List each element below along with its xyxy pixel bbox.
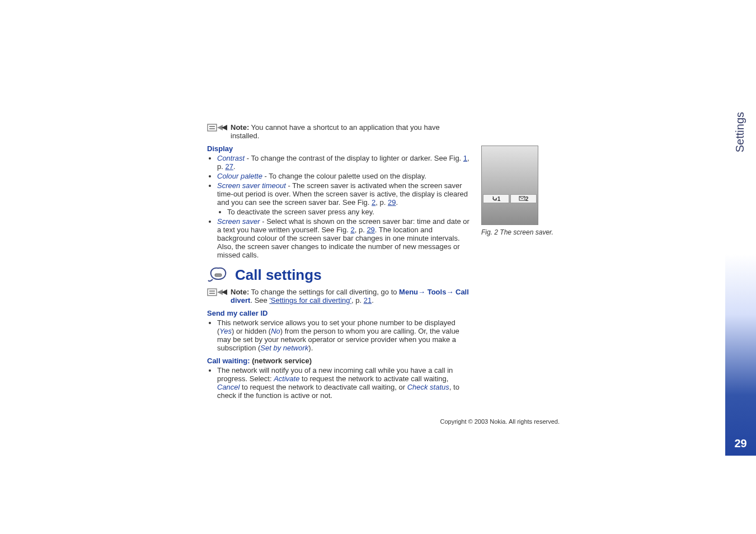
call-settings-icon [207,266,229,284]
yes-label: Yes [219,327,232,335]
call-settings-heading: Call settings [235,266,322,284]
note-divert: Note: To change the settings for call di… [207,288,470,305]
check-status-label: Check status [407,383,449,391]
cancel-label: Cancel [217,383,240,391]
display-heading: Display [207,144,470,153]
saver-link: Screen saver [217,217,260,226]
wait-list: The network will notify you of a new inc… [207,366,470,400]
svg-rect-8 [209,293,215,294]
svg-rect-7 [209,291,215,292]
menu-label: Menu [399,288,418,296]
note-icon [207,288,227,299]
side-tab-label: Settings [734,112,746,152]
fig-1-link[interactable]: 1 [463,154,467,162]
page-21-link[interactable]: 21 [364,296,372,305]
network-service-label: (network service) [250,357,312,365]
send-caller-heading: Send my caller ID [207,309,470,317]
call-settings-heading-row: Call settings [207,266,470,284]
page-gradient-bar: 29 [725,254,756,456]
set-by-network-label: Set by network [260,344,308,352]
svg-rect-6 [208,289,217,296]
tools-label: Tools [428,288,447,296]
main-content: Note: You cannot have a shortcut to an a… [207,123,470,401]
colour-link: Colour palette [217,172,262,180]
note-label: Note: [231,123,249,132]
no-label: No [271,327,280,335]
list-item: To deactivate the screen saver press any… [227,208,470,216]
list-item: Screen saver - Select what is shown on t… [217,217,470,259]
arrow-icon: → [446,288,456,296]
figure-column: 1 2 Fig. 2 The screen saver. [481,123,560,236]
copyright-text: Copyright © 2003 Nokia. All rights reser… [207,418,560,425]
activate-label: Activate [274,374,299,383]
missed-calls-cell: 1 [483,194,509,203]
page-29-link-2[interactable]: 29 [367,226,374,234]
messages-cell: 2 [510,194,537,203]
screen-saver-figure: 1 2 [481,146,538,225]
page-29-link[interactable]: 29 [388,198,396,207]
note-shortcut: Note: You cannot have a shortcut to an a… [207,123,470,140]
svg-rect-1 [209,126,215,127]
page-27-link[interactable]: 27 [225,162,233,171]
figure-caption: Fig. 2 The screen saver. [481,228,560,236]
list-item: The network will notify you of a new inc… [217,366,470,400]
display-list: Contrast - To change the contrast of the… [207,154,470,259]
contrast-link: Contrast [217,154,245,162]
missed-calls-count: 1 [497,196,501,202]
call-waiting-heading: Call waiting: [207,357,250,365]
note-label: Note: [231,288,249,296]
fig-2-link-2[interactable]: 2 [350,226,354,234]
svg-rect-2 [209,128,215,129]
svg-rect-0 [208,124,217,131]
messages-count: 2 [525,196,529,202]
screen-saver-bar: 1 2 [483,194,537,203]
inner-list: To deactivate the screen saver press any… [217,208,470,216]
list-item: This network service allows you to set y… [217,318,470,352]
page-number: 29 [725,437,756,450]
call-waiting-heading-row: Call waiting: (network service) [207,357,470,365]
list-item: Contrast - To change the contrast of the… [217,154,470,171]
list-item: Colour palette - To change the colour pa… [217,172,470,180]
timeout-link: Screen saver timeout [217,181,286,190]
phone-icon [492,196,497,202]
svg-rect-5 [215,274,222,277]
note-text: Note: You cannot have a shortcut to an a… [231,123,470,140]
send-list: This network service allows you to set y… [207,318,470,352]
note-icon [207,123,227,135]
divert-settings-link[interactable]: 'Settings for call diverting' [269,296,351,305]
envelope-icon [519,196,525,202]
list-item: Screen saver timeout - The screen saver … [217,181,470,216]
arrow-icon: → [418,288,428,296]
note-text: Note: To change the settings for call di… [231,288,470,305]
